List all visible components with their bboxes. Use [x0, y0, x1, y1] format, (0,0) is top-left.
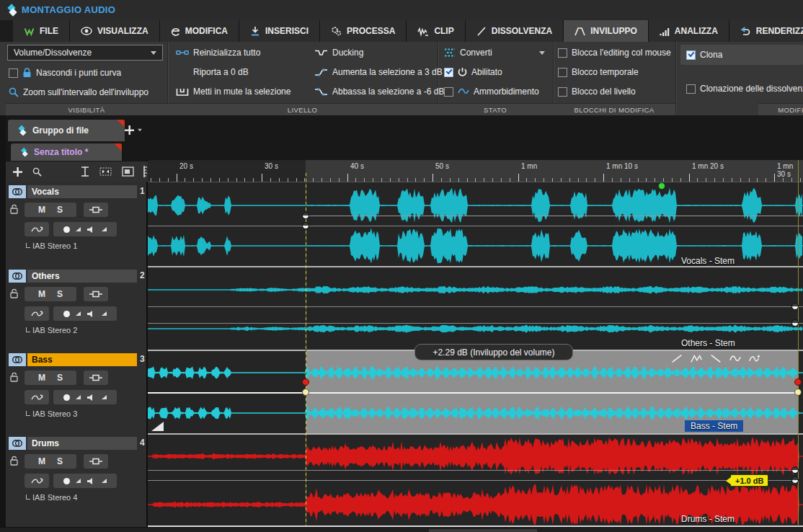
lock-open-icon[interactable] [10, 372, 19, 385]
mute-button[interactable]: M [38, 456, 45, 466]
lock-open-icon[interactable] [10, 204, 19, 217]
speaker-icon[interactable] [86, 226, 96, 234]
envelope-line[interactable] [148, 392, 798, 394]
abilitato-toggle[interactable]: Abilitato [444, 64, 502, 80]
tab-visualizza[interactable]: VISUALIZZA [70, 20, 160, 42]
hide-curve-points-checkbox[interactable] [9, 68, 18, 78]
tab-analizza[interactable]: ANALIZZA [649, 20, 729, 42]
envelope-type-dropdown[interactable]: Volume/Dissolvenze [7, 45, 163, 61]
envelope-line[interactable] [148, 306, 803, 307]
lock-open-icon[interactable] [10, 456, 19, 469]
lock-mouse-editing-checkbox[interactable] [558, 48, 567, 58]
tab-processa[interactable]: PROCESSA [320, 20, 407, 42]
windows-icon[interactable] [122, 167, 133, 177]
mute-button[interactable]: M [38, 289, 45, 299]
envelope-line[interactable] [148, 480, 798, 481]
record-icon[interactable] [63, 226, 70, 233]
add-tab-button[interactable] [121, 121, 146, 138]
raise-selection-button[interactable]: Aumenta la selezione a 3 dB [314, 64, 453, 80]
montage-tab[interactable]: Senza titolo * [10, 143, 123, 161]
reset-0db-button[interactable]: Riporta a 0 dB [193, 64, 249, 80]
effects-button[interactable] [25, 474, 49, 488]
track-name[interactable]: Others [27, 270, 137, 283]
ammorbidimento-checkbox[interactable] [444, 87, 453, 97]
envelope-line[interactable] [148, 470, 798, 471]
corner-triangle-icon[interactable] [102, 311, 107, 316]
corner-triangle-icon[interactable] [76, 311, 81, 316]
clip-label-vocals[interactable]: Vocals - Stem [681, 256, 735, 266]
corner-triangle-icon[interactable] [76, 395, 81, 399]
track-input-label[interactable]: IAB Stereo 1 [26, 241, 77, 250]
solo-button[interactable]: S [57, 456, 63, 466]
ruler-toggle-icon[interactable] [143, 166, 148, 177]
track-name[interactable]: Drums [27, 437, 137, 450]
effects-button[interactable] [25, 222, 49, 236]
routing-button[interactable] [84, 454, 108, 469]
envelope-line[interactable] [148, 226, 803, 226]
lock-open-icon[interactable] [10, 288, 19, 301]
track-input-label[interactable]: IAB Stereo 4 [26, 493, 77, 502]
tab-dissolvenza[interactable]: DISSOLVENZA [466, 20, 564, 42]
clip-label-bass[interactable]: Bass - Stem [685, 420, 743, 432]
envelope-point-red[interactable] [302, 378, 309, 386]
converti-button[interactable]: Converti [444, 45, 545, 61]
envelope-line[interactable] [148, 323, 803, 324]
corner-triangle-icon[interactable] [76, 479, 81, 483]
routing-button[interactable] [84, 203, 108, 217]
clona-toggle[interactable]: Clona [686, 47, 722, 63]
track-name[interactable]: Vocals [27, 185, 137, 198]
solo-button[interactable]: S [57, 205, 63, 215]
envelope-point-gray[interactable] [791, 476, 799, 484]
track-name[interactable]: Bass [27, 353, 137, 366]
envelope-multi-icon[interactable] [690, 353, 703, 364]
tab-clip[interactable]: CLIP [407, 20, 465, 42]
tab-inserisci[interactable]: INSERISCI [239, 20, 320, 42]
track-input-label[interactable]: IAB Stereo 2 [26, 326, 77, 334]
clona-checkbox[interactable] [686, 50, 696, 60]
envelope-linear-icon[interactable] [670, 353, 683, 364]
envelope-point-gray[interactable] [791, 303, 799, 310]
envelope-point-yellow[interactable] [302, 389, 309, 396]
corner-triangle-icon[interactable] [102, 479, 107, 483]
tab-file[interactable]: FILE [13, 20, 70, 42]
time-lock-checkbox[interactable] [558, 68, 567, 77]
chevron-down-icon[interactable] [539, 51, 545, 55]
envelope-point-gray[interactable] [302, 212, 309, 219]
lock-mouse-editing-toggle[interactable]: Blocca l'editing col mouse [558, 45, 671, 61]
file-group-tab[interactable]: Gruppo di file [7, 119, 125, 141]
tab-inviluppo[interactable]: INVILUPPO [564, 20, 649, 42]
auto-scroll-icon[interactable] [99, 167, 112, 177]
envelope-point-yellow[interactable] [794, 389, 802, 396]
ammorbidimento-toggle[interactable]: Ammorbidimento [444, 84, 539, 99]
effects-button[interactable] [25, 390, 49, 404]
level-lock-toggle[interactable]: Blocco del livello [558, 84, 636, 99]
abilitato-checkbox[interactable] [444, 68, 453, 77]
level-lock-checkbox[interactable] [558, 87, 567, 97]
corner-triangle-icon[interactable] [102, 227, 107, 231]
routing-button[interactable] [84, 287, 108, 301]
tab-modifica[interactable]: MODIFICA [160, 20, 239, 42]
zoom-envelope-range-button[interactable]: Zoom sull'intervallo dell'inviluppo [9, 84, 148, 100]
reset-all-button[interactable]: Reinizializza tutto [176, 45, 260, 61]
tab-renderizza[interactable]: RENDERIZZA [729, 20, 803, 42]
corner-triangle-icon[interactable] [76, 227, 81, 231]
record-icon[interactable] [63, 394, 70, 401]
record-icon[interactable] [63, 311, 70, 317]
track-input-label[interactable]: IAB Stereo 3 [26, 409, 77, 418]
envelope-point-gray[interactable] [791, 466, 799, 474]
envelope-curve-plus-icon[interactable] [748, 353, 761, 364]
mute-button[interactable]: M [38, 373, 45, 383]
routing-button[interactable] [84, 371, 108, 385]
mute-selection-button[interactable]: Metti in mute la selezione [176, 84, 290, 99]
speaker-icon[interactable] [86, 310, 96, 318]
scrollbar-fragment[interactable] [429, 529, 537, 532]
record-icon[interactable] [63, 478, 70, 484]
clonazione-toggle[interactable]: Clonazione delle dissolvenze [686, 81, 803, 97]
envelope-fadeout-icon[interactable] [709, 353, 722, 364]
envelope-line[interactable] [306, 216, 803, 216]
corner-triangle-icon[interactable] [102, 395, 107, 399]
zoom-tracks-icon[interactable] [32, 167, 42, 177]
chevron-down-icon[interactable] [138, 128, 142, 131]
envelope-point-gray[interactable] [302, 222, 309, 229]
envelope-point-gray[interactable] [791, 319, 799, 327]
